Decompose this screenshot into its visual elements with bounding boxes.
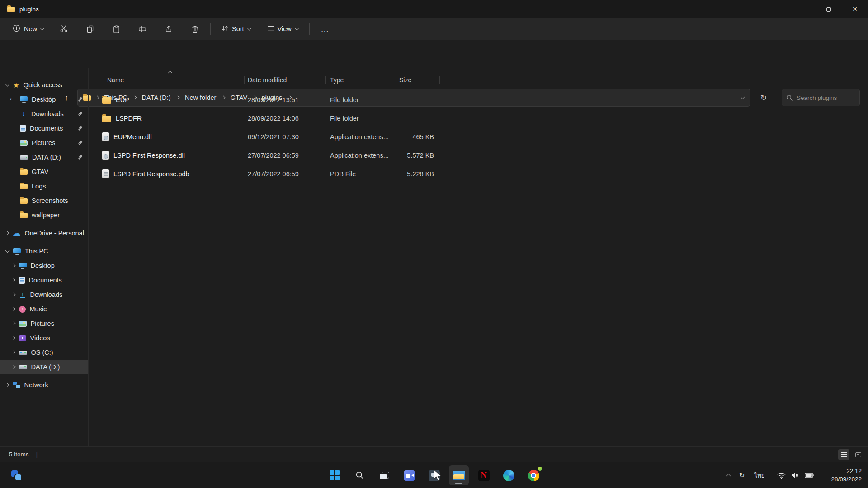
details-view-button[interactable] <box>838 449 849 460</box>
minimize-button[interactable] <box>789 0 816 18</box>
sidebar-item-pc-videos[interactable]: Videos <box>0 331 88 345</box>
taskbar-search-button[interactable] <box>350 465 370 485</box>
sidebar-item-quick-access[interactable]: Quick access <box>0 78 88 92</box>
language-label: ไทย <box>755 471 765 480</box>
chevron-right-icon[interactable] <box>5 383 9 387</box>
chevron-right-icon[interactable] <box>12 365 15 369</box>
start-button[interactable] <box>325 465 344 485</box>
file-explorer-button[interactable] <box>449 465 469 485</box>
new-button[interactable]: New <box>8 22 48 36</box>
chevron-right-icon[interactable] <box>12 336 15 340</box>
file-date-modified: 09/12/2021 07:30 <box>244 133 326 141</box>
sidebar-item-pc-desktop[interactable]: Desktop <box>0 258 88 273</box>
column-header-date-modified[interactable]: Date modified <box>244 76 326 84</box>
sidebar-item-wallpaper[interactable]: wallpaper <box>0 208 88 222</box>
large-icons-view-button[interactable] <box>853 449 864 460</box>
navigation-pane: Quick access Desktop Downloads Documents… <box>0 68 89 446</box>
edge-button[interactable] <box>499 465 519 485</box>
sidebar-item-screenshots[interactable]: Screenshots <box>0 193 88 208</box>
column-header-size[interactable]: Size <box>392 76 439 84</box>
column-header-name[interactable]: Name <box>89 76 244 84</box>
dll-file-icon <box>102 132 109 141</box>
sidebar-item-label: Downloads <box>30 291 63 298</box>
chevron-down-icon[interactable] <box>5 82 10 86</box>
sidebar-item-pc-os-c[interactable]: OS (C:) <box>0 345 88 360</box>
clock[interactable]: 22:12 28/09/2022 <box>831 462 862 488</box>
tray-expand-button[interactable] <box>722 462 734 488</box>
sidebar-item-label: Logs <box>32 183 46 190</box>
sidebar-item-downloads[interactable]: Downloads <box>0 107 88 121</box>
sort-icon <box>222 25 228 33</box>
chevron-right-icon[interactable] <box>12 307 15 311</box>
sidebar-item-desktop[interactable]: Desktop <box>0 92 88 107</box>
sidebar-item-gtav[interactable]: GTAV <box>0 164 88 179</box>
search-icon <box>355 471 364 480</box>
task-view-button[interactable] <box>374 465 394 485</box>
file-row-lspd-first-response-pdb[interactable]: LSPD First Response.pdb 27/07/2022 06:59… <box>89 164 868 183</box>
paste-icon <box>113 25 120 33</box>
sidebar-item-onedrive[interactable]: OneDrive - Personal <box>0 226 88 240</box>
column-header-type[interactable]: Type <box>326 76 392 84</box>
sidebar-item-pc-documents[interactable]: Documents <box>0 273 88 287</box>
new-button-label: New <box>24 25 37 33</box>
network-icon <box>13 382 20 388</box>
chevron-down-icon[interactable] <box>5 248 10 253</box>
chevron-right-icon[interactable] <box>12 351 15 354</box>
volume-button[interactable] <box>788 462 801 488</box>
sidebar-item-label: OneDrive - Personal <box>25 230 84 237</box>
file-row-lspdfr[interactable]: LSPDFR 28/09/2022 14:06 File folder <box>89 109 868 127</box>
restore-button[interactable] <box>816 0 842 18</box>
sidebar-item-documents[interactable]: Documents <box>0 121 88 136</box>
more-options-button[interactable]: … <box>316 21 334 37</box>
sidebar-item-this-pc[interactable]: This PC <box>0 244 88 258</box>
tray-sync-button[interactable]: ↻ <box>736 462 748 488</box>
delete-button[interactable] <box>186 21 204 37</box>
sidebar-item-network[interactable]: Network <box>0 378 88 392</box>
music-icon <box>19 306 26 313</box>
chrome-button[interactable] <box>524 465 543 485</box>
copy-button[interactable] <box>81 21 99 37</box>
cut-button[interactable] <box>55 21 73 37</box>
column-divider[interactable] <box>326 76 326 84</box>
share-button[interactable] <box>160 21 178 37</box>
view-button[interactable]: View <box>263 23 303 35</box>
chevron-right-icon[interactable] <box>12 322 15 325</box>
battery-button[interactable] <box>803 462 816 488</box>
sidebar-item-label: This PC <box>25 248 48 255</box>
chevron-right-icon[interactable] <box>5 231 9 235</box>
file-size: 5.572 KB <box>392 152 439 159</box>
rename-button[interactable] <box>133 21 151 37</box>
sidebar-item-pc-downloads[interactable]: Downloads <box>0 287 88 302</box>
column-divider[interactable] <box>392 76 392 84</box>
column-divider[interactable] <box>439 76 440 84</box>
file-list-pane: Name Date modified Type Size EUP 28/09/2… <box>89 68 868 446</box>
chat-button[interactable] <box>399 465 419 485</box>
sidebar-item-pc-data-d[interactable]: DATA (D:) <box>0 360 88 374</box>
sidebar-item-label: Videos <box>30 334 50 342</box>
sidebar-item-label: OS (C:) <box>31 349 53 356</box>
file-name: LSPDFR <box>116 115 142 122</box>
sidebar-item-pictures[interactable]: Pictures <box>0 136 88 150</box>
file-row-eup[interactable]: EUP 28/09/2022 13:51 File folder <box>89 90 868 109</box>
chevron-right-icon[interactable] <box>12 264 15 267</box>
widgets-button[interactable] <box>6 465 26 485</box>
status-bar: 5 items | <box>0 446 868 462</box>
sidebar-item-logs[interactable]: Logs <box>0 179 88 193</box>
pin-icon <box>77 154 83 160</box>
sidebar-item-data-drive-pinned[interactable]: DATA (D:) <box>0 150 88 164</box>
close-button[interactable]: × <box>842 0 868 18</box>
sidebar-item-pc-pictures[interactable]: Pictures <box>0 316 88 331</box>
netflix-button[interactable]: N <box>474 465 494 485</box>
paste-button[interactable] <box>107 21 125 37</box>
chevron-right-icon[interactable] <box>12 278 15 282</box>
wifi-button[interactable] <box>775 462 788 488</box>
column-divider[interactable] <box>244 76 245 84</box>
close-icon: × <box>853 5 858 13</box>
file-row-eupmenu-dll[interactable]: EUPMenu.dll 09/12/2021 07:30 Application… <box>89 127 868 146</box>
chevron-right-icon[interactable] <box>12 293 15 296</box>
file-row-lspd-first-response-dll[interactable]: LSPD First Response.dll 27/07/2022 06:59… <box>89 146 868 164</box>
drive-icon <box>19 365 27 369</box>
sidebar-item-pc-music[interactable]: Music <box>0 302 88 316</box>
sort-button[interactable]: Sort <box>217 23 255 35</box>
language-indicator[interactable]: ไทย <box>750 462 769 488</box>
